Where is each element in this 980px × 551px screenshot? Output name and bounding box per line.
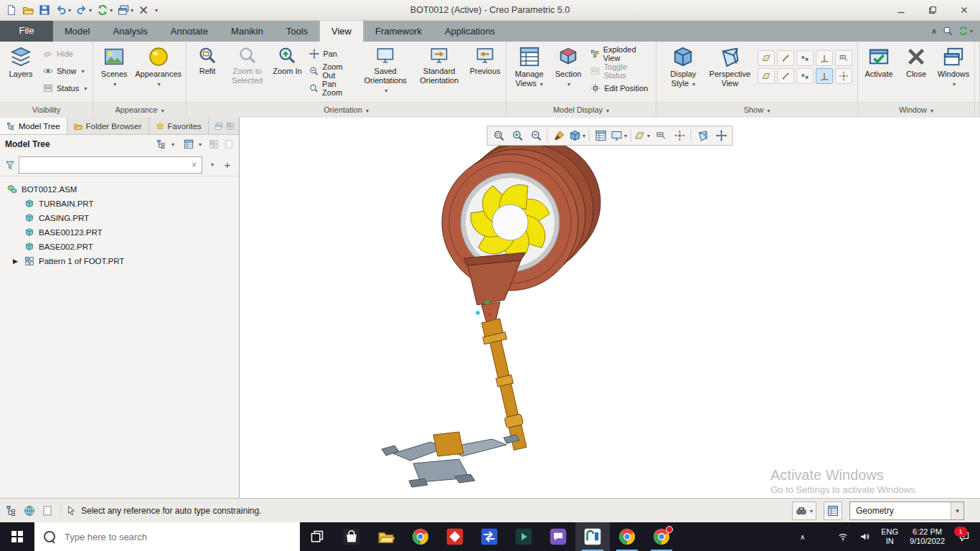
spin-center-icon[interactable] [671,128,689,143]
tree-row-part[interactable]: CASING.PRT [0,211,239,225]
view-manager-icon[interactable] [592,128,610,143]
regenerate-button[interactable]: ▾ [95,2,115,18]
window-switch-caret[interactable]: ▾ [131,7,133,14]
tree-row-assembly[interactable]: BOT0012.ASM [0,182,239,197]
perspective-view-button[interactable]: Perspective View [708,43,752,91]
saved-orientations-button[interactable]: Saved Orientations ▾ [359,43,412,98]
tree-columns-button[interactable]: ▾ [182,137,204,151]
exploded-view-button[interactable]: Exploded View [588,47,652,61]
panel-options-icon[interactable] [226,122,235,131]
annotation-display-icon[interactable] [652,128,670,143]
panel-detach-icon[interactable] [215,122,223,131]
command-search-icon[interactable] [943,26,953,36]
layers-button[interactable]: Layers [2,43,39,82]
plane-tag-toggle[interactable] [758,68,775,84]
axis-tag-toggle[interactable] [777,68,794,84]
minimize-ribbon-icon[interactable]: ∧ [931,27,937,36]
taskbar-search-input[interactable] [63,531,291,543]
tray-expand-icon[interactable]: ∧ [795,522,810,551]
saved-orientations-graphics-icon[interactable]: ▾ [611,128,628,143]
section-button[interactable]: Section▾ [550,43,587,92]
transfer-app-button[interactable] [472,522,507,551]
open-file-button[interactable] [20,2,36,18]
save-button[interactable] [37,2,52,18]
previous-button[interactable]: Previous [466,43,504,79]
file-explorer-button[interactable] [369,522,403,551]
status-button[interactable]: Status▾ [41,81,89,95]
volume-icon[interactable] [854,522,875,551]
diamond-app-button[interactable] [438,522,472,551]
perspective-graphics-icon[interactable] [694,128,712,143]
tab-model-tree[interactable]: Model Tree [0,118,67,134]
clock[interactable]: 6:22 PM9/10/2022 [905,527,950,546]
pan-button[interactable]: Pan [307,47,357,61]
tab-applications[interactable]: Applications [433,21,507,42]
tab-framework[interactable]: Framework [364,21,433,42]
model-tree-toggle-icon[interactable] [6,505,17,517]
redo-caret[interactable]: ▾ [89,7,92,14]
zoom-in-button[interactable]: Zoom In [268,43,306,79]
chrome-button[interactable] [403,522,438,551]
tree-settings-button[interactable]: ▾ [154,137,176,151]
notification-center-button[interactable]: 1 [951,522,977,551]
tree-row-part[interactable]: BASE002.PRT [0,240,239,254]
point-display-toggle[interactable] [796,50,814,66]
chat-app-button[interactable] [541,522,575,551]
creo-taskbar-button[interactable] [575,522,610,551]
redo-button[interactable]: ▾ [74,2,94,18]
filter-clear-icon[interactable]: × [190,160,198,170]
chrome-window2-button[interactable] [610,522,644,551]
tree-row-part[interactable]: BASE00123.PRT [0,225,239,240]
filter-funnel-icon[interactable] [5,160,15,170]
refit-button[interactable]: Refit [189,43,226,79]
tab-manikin[interactable]: Manikin [220,21,275,42]
tab-view[interactable]: View [319,20,364,42]
plane-display-toggle[interactable] [758,50,775,66]
appearances-button[interactable]: Appearances▾ [133,43,184,92]
zoom-out-graphics-icon[interactable] [527,128,545,143]
language-indicator[interactable]: ENGIN [876,527,903,546]
tab-favorites[interactable]: Favorites [149,118,209,134]
close-window-button[interactable] [136,2,151,18]
new-file-button[interactable] [4,2,19,18]
network-icon[interactable] [811,522,831,551]
orient-mode-icon[interactable] [712,128,730,143]
tree-expand-all-icon[interactable] [209,139,219,149]
scenes-button[interactable]: Scenes▾ [95,43,133,92]
spin-center-toggle[interactable] [835,68,852,84]
tree-filter-input[interactable] [23,160,190,170]
edit-position-button[interactable]: Edit Position [588,81,652,95]
taskbar-search[interactable] [34,522,300,551]
selection-filter-caret[interactable]: ▾ [951,502,963,519]
tab-annotate[interactable]: Annotate [159,21,220,42]
filter-add-button[interactable]: + [221,159,234,171]
session-sync-icon[interactable]: ▾ [958,26,973,36]
minimize-button[interactable] [885,0,917,20]
close-window-ribbon-button[interactable]: Close [897,43,935,82]
graphics-area[interactable]: ▾ ▾ ▾ [240,118,980,498]
display-style-button[interactable]: Display Style ▾ [659,43,708,92]
turbine-assembly-model[interactable] [240,118,980,498]
display-style-graphics-icon[interactable]: ▾ [569,128,587,143]
csys-tag-toggle[interactable] [816,68,833,84]
tab-file[interactable]: File [0,20,53,42]
tree-collapse-all-icon[interactable] [224,139,234,149]
close-app-button[interactable] [948,0,980,20]
tree-row-pattern[interactable]: ▶ Pattern 1 of FOOT.PRT [0,254,239,268]
tab-tools[interactable]: Tools [275,21,319,42]
undo-button[interactable]: ▾ [53,2,73,18]
tab-analysis[interactable]: Analysis [101,21,159,42]
filter-history-dropdown[interactable]: ▾ [206,158,217,172]
browser-toggle-icon[interactable] [24,505,35,517]
annotation-display-toggle[interactable] [835,50,852,66]
new-object-icon[interactable] [42,505,53,517]
regenerate-caret[interactable]: ▾ [110,7,113,14]
zoom-out-button[interactable]: Zoom Out [307,64,357,78]
microsoft-store-button[interactable] [334,522,369,551]
standard-orientation-button[interactable]: Standard Orientation [412,43,466,88]
csys-display-toggle[interactable] [816,50,833,66]
customize-qat-button[interactable]: ▾ [151,2,160,18]
restore-button[interactable] [917,0,948,20]
chrome-window3-button[interactable] [644,522,679,551]
undo-caret[interactable]: ▾ [68,7,71,14]
